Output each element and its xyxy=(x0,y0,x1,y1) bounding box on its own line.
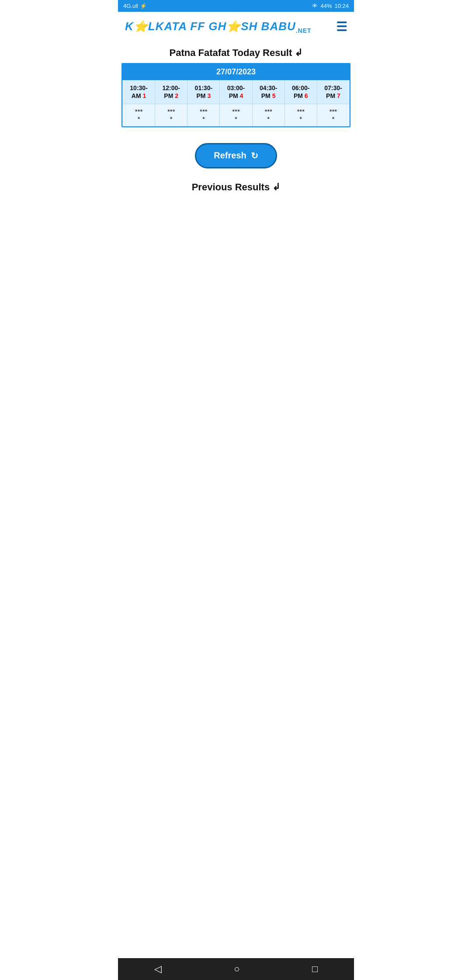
today-result-cell: **** xyxy=(123,104,155,126)
today-result-row: **************************** xyxy=(123,104,350,126)
today-section-title: Patna Fatafat Today Result ↲ xyxy=(118,38,354,63)
today-header-cell: 04:30-PM 5 xyxy=(252,80,285,104)
today-title-text: Patna Fatafat Today Result xyxy=(170,47,292,58)
star-icon-2: ⭐ xyxy=(226,20,241,33)
signal-icon: 4G.ull xyxy=(123,3,138,9)
previous-section-title: Previous Results ↲ xyxy=(118,173,354,197)
previous-title-text: Previous Results xyxy=(192,182,270,192)
refresh-label: Refresh xyxy=(214,150,246,161)
today-arrow-icon: ↲ xyxy=(295,47,302,58)
today-header-cell: 03:00-PM 4 xyxy=(220,80,252,104)
refresh-button[interactable]: Refresh ↻ xyxy=(195,143,277,168)
today-result-cell: **** xyxy=(252,104,285,126)
today-result-table-container: 27/07/2023 10:30-AM 112:00-PM 201:30-PM … xyxy=(121,63,351,127)
logo-text: K⭐LKATA FF GH⭐SH BABU.NET xyxy=(125,20,312,34)
header: K⭐LKATA FF GH⭐SH BABU.NET ☰ xyxy=(118,12,354,38)
today-result-cell: **** xyxy=(155,104,187,126)
today-header-cell: 12:00-PM 2 xyxy=(155,80,187,104)
usb-icon: ⚡ xyxy=(140,3,147,9)
today-header-cell: 10:30-AM 1 xyxy=(123,80,155,104)
today-header-cell: 01:30-PM 3 xyxy=(187,80,220,104)
today-result-cell: **** xyxy=(187,104,220,126)
today-result-cell: **** xyxy=(317,104,349,126)
previous-arrow-icon: ↲ xyxy=(272,182,280,192)
refresh-icon: ↻ xyxy=(251,150,258,161)
eye-icon: 👁 xyxy=(312,3,318,9)
today-result-table: 10:30-AM 112:00-PM 201:30-PM 303:00-PM 4… xyxy=(122,80,350,126)
time-text: 10:24 xyxy=(334,3,349,9)
today-header-cell: 07:30-PM 7 xyxy=(317,80,349,104)
today-date-header: 27/07/2023 xyxy=(122,64,350,80)
menu-button[interactable]: ☰ xyxy=(336,20,347,34)
star-icon-1: ⭐ xyxy=(134,20,148,33)
logo: K⭐LKATA FF GH⭐SH BABU.NET xyxy=(125,20,312,34)
status-bar: 4G.ull ⚡ 👁 44% 10:24 xyxy=(118,0,354,12)
status-right: 👁 44% 10:24 xyxy=(312,3,349,9)
today-header-row: 10:30-AM 112:00-PM 201:30-PM 303:00-PM 4… xyxy=(123,80,350,104)
today-result-cell: **** xyxy=(220,104,252,126)
status-left: 4G.ull ⚡ xyxy=(123,3,147,9)
refresh-btn-container: Refresh ↻ xyxy=(118,134,354,173)
today-result-cell: **** xyxy=(285,104,317,126)
today-header-cell: 06:00-PM 6 xyxy=(285,80,317,104)
battery-text: 44% xyxy=(320,3,332,9)
